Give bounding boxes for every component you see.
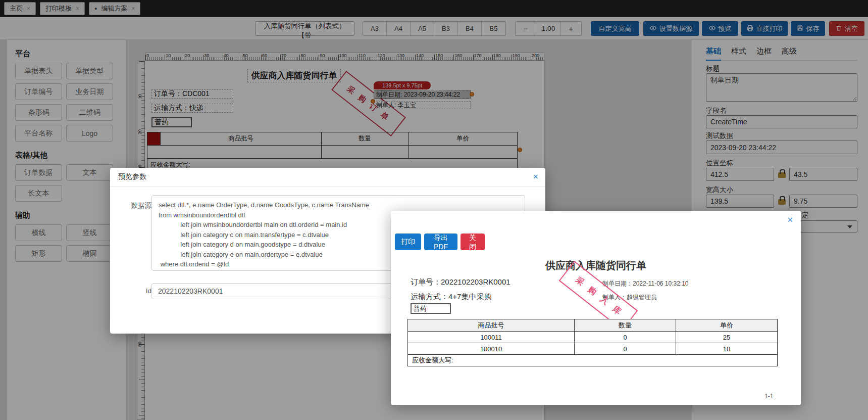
- preview-drug-type: 普药: [411, 303, 451, 314]
- preview-table-footer-row: 应收金额大写:: [408, 355, 777, 366]
- preview-table-header: 商品批号: [408, 319, 575, 331]
- preview-table-cell: 0: [575, 343, 676, 354]
- preview-table-cell: 100010: [408, 343, 575, 354]
- preview-table-cell: 100011: [408, 332, 575, 343]
- export-pdf-button[interactable]: 导出PDF: [424, 234, 457, 250]
- preview-params-title: 预览参数: [110, 168, 545, 186]
- preview-table-footer: 应收金额大写:: [408, 355, 453, 366]
- close-icon[interactable]: ×: [787, 215, 793, 225]
- id-label: Id: [117, 287, 151, 295]
- page-indicator: 1-1: [764, 393, 773, 400]
- print-button[interactable]: 打印: [395, 234, 421, 250]
- preview-table-header: 数量: [575, 319, 676, 331]
- preview-table-cell: 0: [575, 332, 676, 343]
- app-root: 主页 × 打印模板 × ● 编辑方案 × 入库随货同行单（列表式）【带 A3 A…: [0, 0, 868, 420]
- print-preview-modal: × 打印 导出PDF 关闭 供应商入库随货同行单 订单号：2022102203R…: [391, 211, 801, 405]
- preview-table-cell: 10: [676, 343, 777, 354]
- preview-transport: 运输方式：4+7集中采购: [411, 292, 491, 302]
- preview-table-header: 单价: [676, 319, 777, 331]
- preview-table-cell: 25: [676, 332, 777, 343]
- close-preview-button[interactable]: 关闭: [461, 234, 485, 250]
- preview-doc-title: 供应商入库随货同行单: [391, 259, 801, 272]
- datasource-label: 数据源: [117, 201, 151, 210]
- preview-table-row: 100010 0 10: [408, 343, 777, 355]
- preview-table: 商品批号 数量 单价 100011 0 25 100010 0 10 应收金额大…: [407, 319, 778, 366]
- preview-date: 制单日期：2022-11-06 10:32:10: [602, 279, 689, 288]
- close-icon[interactable]: ×: [533, 172, 538, 182]
- preview-order-no: 订单号：2022102203RK0001: [411, 277, 510, 287]
- preview-table-header-row: 商品批号 数量 单价: [408, 319, 777, 332]
- preview-table-row: 100011 0 25: [408, 332, 777, 343]
